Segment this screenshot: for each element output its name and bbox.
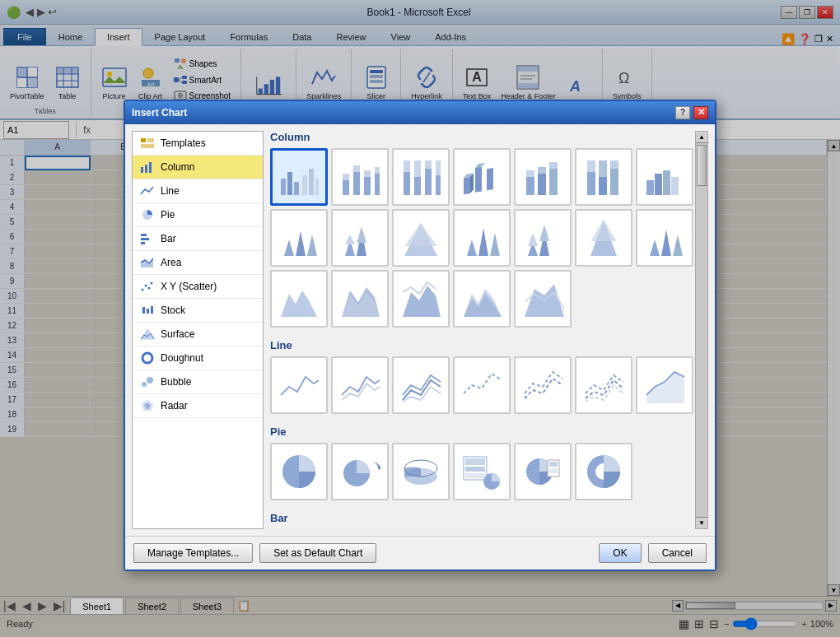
svg-rect-111 [599, 160, 607, 177]
chart-subtype-col-16[interactable] [331, 270, 389, 328]
svg-rect-109 [587, 160, 595, 172]
chart-subtype-col-14[interactable] [636, 209, 693, 267]
set-default-button[interactable]: Set as Default Chart [259, 543, 376, 563]
svg-rect-64 [142, 307, 145, 314]
chart-subtype-col-6[interactable] [575, 148, 632, 206]
chart-type-bubble[interactable]: Bubble [133, 370, 263, 394]
svg-marker-120 [307, 235, 317, 256]
line-section-title: Line [270, 339, 693, 351]
svg-rect-79 [315, 179, 319, 195]
chart-type-stock[interactable]: Stock [133, 299, 263, 323]
chart-subtypes-scroll[interactable]: Column [270, 131, 695, 529]
chart-subtype-col-11[interactable] [453, 209, 511, 267]
chart-type-scatter[interactable]: X Y (Scatter) [133, 275, 263, 299]
chart-subtype-col-17[interactable] [392, 270, 450, 328]
svg-point-61 [145, 284, 147, 286]
svg-rect-78 [309, 169, 314, 195]
chart-subtype-pie-6[interactable] [575, 443, 632, 500]
svg-rect-103 [526, 170, 534, 177]
svg-rect-80 [343, 180, 349, 195]
subtypes-scrollbar[interactable]: ▲ ▼ [695, 131, 708, 529]
svg-marker-124 [357, 226, 366, 243]
chart-subtype-col-7[interactable] [636, 148, 693, 206]
chart-subtype-line-6[interactable] [575, 356, 632, 414]
svg-rect-101 [487, 167, 493, 189]
chart-subtype-col-1[interactable] [270, 148, 328, 206]
svg-rect-158 [549, 462, 558, 467]
chart-subtype-col-5[interactable] [514, 148, 572, 206]
svg-point-63 [151, 281, 153, 284]
svg-rect-96 [464, 176, 470, 193]
modal-close-button[interactable]: ✕ [693, 106, 708, 119]
svg-rect-153 [465, 458, 485, 465]
chart-subtype-pie-3[interactable] [392, 443, 450, 500]
subtypes-scroll-down[interactable]: ▼ [696, 517, 707, 528]
svg-marker-133 [539, 225, 549, 241]
chart-type-surface[interactable]: Surface [133, 323, 263, 346]
svg-rect-115 [655, 174, 662, 195]
svg-marker-122 [345, 235, 355, 244]
chart-subtype-col-8[interactable] [270, 209, 328, 267]
svg-rect-159 [549, 468, 558, 473]
svg-rect-107 [549, 162, 558, 169]
chart-subtype-pie-1[interactable] [270, 443, 328, 500]
chart-subtype-col-15[interactable] [270, 270, 328, 328]
chart-type-bar[interactable]: Bar [133, 227, 263, 251]
chart-subtype-pie-5[interactable] [514, 443, 572, 500]
chart-type-radar[interactable]: Radar [133, 394, 263, 418]
scatter-chart-icon [139, 279, 156, 294]
chart-subtypes-area: Column [270, 131, 708, 529]
svg-rect-58 [141, 242, 145, 244]
chart-subtype-col-3[interactable] [392, 148, 450, 206]
chart-subtype-line-2[interactable] [331, 356, 389, 414]
svg-rect-91 [414, 160, 421, 177]
svg-rect-50 [141, 144, 154, 148]
chart-subtype-col-10[interactable] [392, 209, 450, 267]
chart-type-area[interactable]: Area [133, 251, 263, 275]
chart-subtype-col-4[interactable] [453, 148, 511, 206]
cancel-button[interactable]: Cancel [648, 543, 707, 563]
chart-type-templates[interactable]: Templates [133, 132, 263, 156]
modal-help-button[interactable]: ? [675, 106, 690, 119]
chart-subtype-col-2[interactable] [331, 148, 389, 206]
svg-marker-137 [661, 230, 671, 256]
column-chart-icon [139, 160, 156, 174]
chart-subtype-col-9[interactable] [331, 209, 389, 267]
chart-subtype-line-7[interactable] [636, 356, 693, 414]
svg-rect-83 [353, 165, 360, 172]
surface-chart-icon [139, 327, 156, 342]
chart-subtype-col-12[interactable] [514, 209, 572, 267]
area-chart-icon [139, 255, 156, 270]
svg-marker-131 [528, 233, 538, 246]
svg-marker-136 [650, 239, 660, 256]
chart-subtype-col-19[interactable] [514, 270, 572, 328]
svg-point-70 [142, 382, 147, 387]
chart-subtype-col-18[interactable] [453, 270, 511, 328]
svg-rect-93 [425, 160, 432, 169]
modal-body: Templates Column Line [125, 124, 715, 536]
chart-type-pie[interactable]: Pie [133, 203, 263, 227]
line-chart-icon [139, 184, 156, 198]
manage-templates-button[interactable]: Manage Templates... [133, 543, 253, 563]
pie-section-title: Pie [270, 425, 693, 438]
chart-type-column[interactable]: Column [133, 156, 263, 179]
svg-rect-65 [147, 309, 149, 314]
svg-point-62 [148, 286, 151, 289]
svg-rect-81 [343, 174, 349, 180]
chart-type-line[interactable]: Line [133, 179, 263, 203]
chart-subtype-pie-4[interactable] [453, 443, 511, 500]
chart-subtype-pie-2[interactable] [331, 443, 389, 500]
subtypes-scroll-up[interactable]: ▲ [696, 132, 707, 143]
svg-rect-117 [671, 177, 679, 195]
svg-point-69 [145, 356, 150, 360]
chart-subtype-line-5[interactable] [514, 356, 572, 414]
bar-section-title: Bar [270, 512, 693, 524]
ok-button[interactable]: OK [599, 543, 641, 563]
chart-subtype-line-4[interactable] [453, 356, 511, 414]
chart-subtype-line-3[interactable] [392, 356, 450, 414]
subtypes-scroll-thumb[interactable] [697, 145, 707, 186]
chart-type-doughnut[interactable]: Doughnut [133, 346, 263, 370]
chart-subtype-line-1[interactable] [270, 356, 328, 414]
chart-subtype-col-13[interactable] [575, 209, 632, 267]
svg-rect-74 [281, 179, 286, 195]
